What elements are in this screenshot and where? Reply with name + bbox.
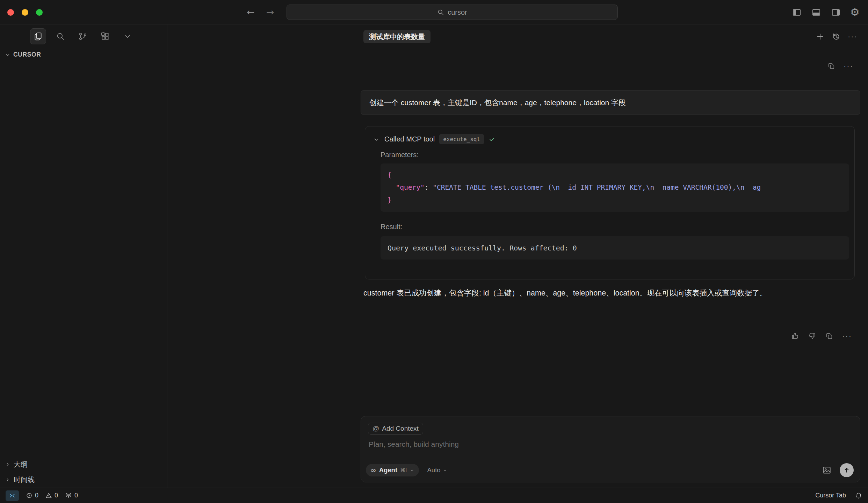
search-value: cursor [448,8,467,16]
chevron-down-icon [373,136,380,143]
tool-parameters-code[interactable]: { "query": "CREATE TABLE test.customer (… [381,163,849,212]
model-selector[interactable]: Auto [427,466,447,474]
back-button[interactable]: ← [247,0,255,24]
maximize-button[interactable] [36,9,43,16]
close-button[interactable] [7,9,14,16]
agent-mode-label: Agent [379,466,397,474]
chat-thread-tab[interactable]: 测试库中的表数量 [363,30,431,43]
titlebar-right-controls: ⚙ [791,0,860,24]
toggle-right-panel-icon[interactable] [831,8,841,17]
history-icon[interactable] [832,32,841,41]
chat-panel: 测试库中的表数量 ··· ··· 创建一个 customer 表，主键是ID，包… [349,24,868,488]
code-sql-string: "CREATE TABLE test.customer (\n id INT P… [433,183,761,191]
thumbs-down-icon[interactable] [808,332,816,340]
forward-button[interactable]: → [266,0,274,24]
statusbar: 0 0 0 Cursor Tab [0,488,868,503]
chevron-right-icon [5,477,10,482]
toggle-bottom-panel-icon[interactable] [811,8,822,17]
explorer-tab-icon[interactable] [30,28,46,44]
warning-count: 0 [55,492,58,499]
tool-call-toggle[interactable]: Called MCP tool execute_sql [373,134,496,144]
command-center-search[interactable]: cursor [287,5,618,20]
error-icon [26,492,32,499]
gear-icon[interactable]: ⚙ [850,7,860,17]
titlebar: ← → cursor ⚙ [0,0,868,24]
at-icon: @ [372,425,379,432]
extensions-tab-icon[interactable] [97,28,113,44]
chevron-down-icon [5,52,10,58]
timeline-label: 时间线 [14,475,35,484]
copy-icon[interactable] [827,62,835,70]
minimize-button[interactable] [22,9,28,16]
outline-label: 大纲 [14,460,28,469]
explorer-section-title: CURSOR [13,51,41,58]
mcp-tool-call-card: Called MCP tool execute_sql Parameters: … [365,126,855,279]
cursor-app-window: ← → cursor ⚙ [0,0,868,503]
message-actions-top: ··· [827,62,853,70]
sidebar-item-outline[interactable]: 大纲 [0,458,167,471]
thumbs-up-icon[interactable] [791,332,799,340]
search-icon [437,9,444,16]
model-label: Auto [427,466,441,474]
parameters-label: Parameters: [381,151,419,159]
code-open-brace: { [388,171,392,179]
code-separator: : [425,183,433,191]
chevron-up-icon [410,468,414,473]
infinity-icon: ∞ [370,466,376,474]
copy-icon[interactable] [825,332,833,340]
attach-image-icon[interactable] [822,466,831,475]
user-message-text: 创建一个 customer 表，主键是ID，包含name，age，telepho… [369,98,626,108]
send-button[interactable] [840,463,854,477]
agent-mode-selector[interactable]: ∞ Agent ⌘I [366,464,419,476]
ports-count: 0 [74,492,78,499]
sidebar: CURSOR 大纲 时间线 [0,24,167,488]
new-chat-icon[interactable] [816,32,825,41]
explorer-section-header[interactable]: CURSOR [5,51,41,58]
more-views-chevron-icon[interactable] [120,28,136,44]
code-close-brace: } [388,196,392,204]
assistant-message-text: customer 表已成功创建，包含字段: id（主键）、name、age、te… [363,286,861,300]
activity-bar [30,28,136,44]
source-control-tab-icon[interactable] [75,28,91,44]
chevron-up-icon [443,468,447,473]
tool-name-badge: execute_sql [439,134,484,144]
message-actions-bottom: ··· [791,332,852,340]
problems-indicator[interactable]: 0 0 [26,492,58,499]
bell-icon[interactable] [855,492,862,499]
more-options-icon[interactable]: ··· [844,62,853,70]
cursor-tab-status[interactable]: Cursor Tab [815,492,846,499]
sidebar-item-timeline[interactable]: 时间线 [0,473,167,486]
more-options-icon[interactable]: ··· [842,332,852,340]
success-check-icon [489,136,496,143]
tool-call-label: Called MCP tool [384,135,435,143]
tool-result-text: Query executed successfully. Rows affect… [388,244,577,252]
result-label: Result: [381,223,402,231]
editor-empty-area[interactable] [168,24,349,488]
ports-indicator[interactable]: 0 [65,492,78,499]
chat-header-controls: ··· [816,30,858,43]
chevron-right-icon [5,462,10,467]
warning-icon [45,492,52,499]
add-context-label: Add Context [382,425,419,432]
code-indent [388,183,396,191]
search-tab-icon[interactable] [52,28,68,44]
input-toolbar: ∞ Agent ⌘I Auto [366,463,854,477]
add-context-chip[interactable]: @ Add Context [368,423,423,435]
remote-indicator[interactable] [6,490,19,501]
chat-input[interactable] [369,438,718,451]
toggle-left-panel-icon[interactable] [791,8,802,17]
code-json-key: "query" [396,183,424,191]
radio-tower-icon [65,492,72,499]
agent-mode-shortcut: ⌘I [400,467,407,473]
tool-result-block: Query executed successfully. Rows affect… [381,236,849,260]
user-message-bubble: 创建一个 customer 表，主键是ID，包含name，age，telepho… [361,90,860,115]
chat-input-box[interactable]: @ Add Context ∞ Agent ⌘I Auto [361,416,860,482]
error-count: 0 [35,492,38,499]
more-options-icon[interactable]: ··· [848,33,858,41]
